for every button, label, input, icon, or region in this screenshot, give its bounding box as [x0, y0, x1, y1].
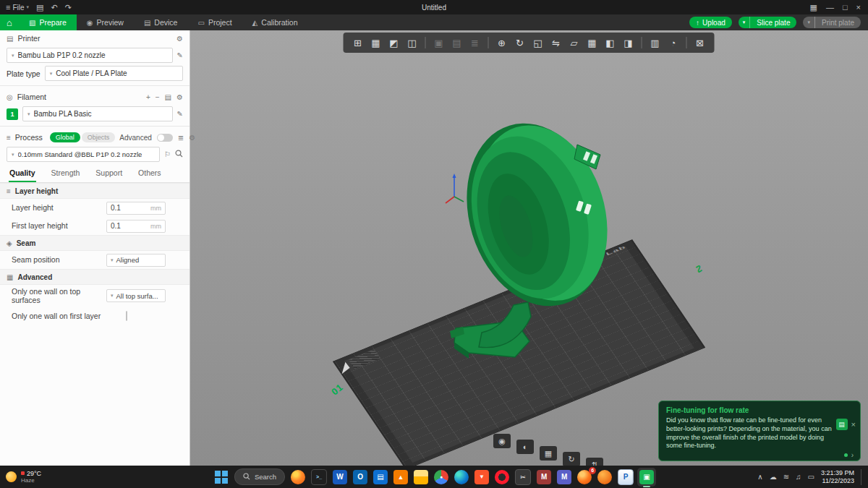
home-button[interactable]: ⌂	[0, 14, 19, 30]
toast-next-button[interactable]: ›	[851, 451, 854, 459]
minimize-button[interactable]: —	[826, 3, 834, 12]
taskbar-search[interactable]: Search	[234, 468, 285, 485]
assembly-view-icon[interactable]: ⊠	[692, 35, 709, 51]
undo-icon[interactable]: ↶	[51, 3, 57, 12]
edit-printer-icon[interactable]: ✎	[177, 51, 183, 59]
slice-plate-button[interactable]: Slice plate	[750, 17, 796, 28]
weather-widget[interactable]: 29°C Haze	[6, 466, 41, 488]
firefox-developer[interactable]: 6	[577, 470, 592, 484]
variable-layer-height-icon[interactable]: ▥	[647, 35, 664, 51]
tab-support[interactable]: Support	[95, 167, 123, 182]
layer-height-group-header[interactable]: ≡ Layer height	[0, 183, 190, 199]
tab-project[interactable]: ▭ Project	[187, 14, 242, 30]
param-settings-icon[interactable]: ⚙	[189, 134, 195, 142]
edit-filament-icon[interactable]: ✎	[177, 110, 183, 118]
wifi-icon[interactable]: ≋	[783, 473, 789, 481]
taskbar-clock[interactable]: 3:21:39 PM 11/22/2023	[821, 469, 854, 485]
remove-filament-icon[interactable]: −	[156, 93, 160, 101]
rotate-icon[interactable]: ↻	[511, 35, 529, 51]
start-button[interactable]	[214, 470, 229, 484]
first-layer-height-input[interactable]: 0.1mm	[106, 220, 166, 233]
export-icon[interactable]: ▤	[36, 3, 43, 12]
filament-select[interactable]: ▾ Bambu PLA Basic	[22, 106, 173, 121]
param-table-icon[interactable]: ≣	[178, 134, 184, 142]
arrange-icon[interactable]: ▦	[584, 35, 601, 51]
add-plate-icon[interactable]: ▦	[367, 35, 385, 51]
add-object-icon[interactable]: ⊞	[349, 35, 367, 51]
flow-calibration-icon[interactable]: ▤	[836, 419, 848, 430]
layout-icon[interactable]: ▦	[810, 3, 817, 12]
edge[interactable]	[454, 470, 469, 484]
teams[interactable]: M	[557, 470, 571, 484]
only-one-wall-first-layer-checkbox[interactable]	[126, 311, 127, 321]
compare-preset-icon[interactable]: ⚐	[164, 150, 171, 158]
auto-orient-icon[interactable]: ◩	[386, 35, 403, 51]
model-fan-shroud[interactable]	[407, 88, 667, 392]
redo-icon[interactable]: ↷	[65, 3, 72, 12]
process-global-toggle[interactable]: Global	[50, 132, 80, 142]
tab-strength[interactable]: Strength	[51, 167, 81, 182]
microsoft-store[interactable]: ▤	[373, 470, 388, 484]
tab-device[interactable]: ▤ Device	[134, 14, 188, 30]
color-painting-icon[interactable]: ▣	[430, 35, 448, 51]
brave[interactable]: ▼	[475, 470, 489, 484]
printer-select[interactable]: ▾ Bambu Lab P1P 0.2 nozzle	[7, 48, 173, 63]
move-icon[interactable]: ⊕	[493, 35, 511, 51]
paint[interactable]: P	[618, 469, 634, 485]
slice-options-chevron[interactable]: ▾	[739, 17, 751, 28]
word[interactable]: W	[333, 470, 347, 484]
tab-prepare[interactable]: ▧ Prepare	[19, 14, 77, 30]
hidden-icons-chevron[interactable]: ∧	[757, 473, 762, 481]
search-icon[interactable]	[175, 150, 183, 159]
chrome[interactable]: ●	[434, 470, 448, 484]
layer-height-input[interactable]: 0.1mm	[106, 202, 166, 215]
tab-others[interactable]: Others	[137, 167, 162, 182]
tab-preview[interactable]: ◉ Preview	[77, 14, 134, 30]
show-desktop-button[interactable]	[861, 469, 864, 485]
scale-icon[interactable]: ◱	[529, 35, 547, 51]
plate-shade-icon[interactable]: ◐	[516, 440, 534, 454]
file-explorer[interactable]	[414, 470, 428, 484]
advanced-toggle[interactable]	[157, 134, 173, 142]
volume-icon[interactable]: ♫	[796, 473, 801, 481]
close-button[interactable]: ×	[856, 3, 861, 12]
maximize-button[interactable]: □	[843, 3, 848, 12]
advanced-group-header[interactable]: ▦ Advanced	[0, 269, 190, 285]
tab-quality[interactable]: Quality	[9, 167, 36, 182]
vlc[interactable]: ▲	[393, 470, 408, 484]
add-filament-icon[interactable]: +	[146, 93, 150, 101]
seam-position-select[interactable]: ▾ Aligned	[106, 254, 166, 267]
seam-group-header[interactable]: ◈ Seam	[0, 235, 190, 251]
battery-icon[interactable]: ▭	[808, 473, 814, 481]
split-to-objects-icon[interactable]: ◧	[602, 35, 619, 51]
filament-settings-icon[interactable]: ⚙	[176, 93, 183, 101]
only-one-wall-top-select[interactable]: ▾ All top surfa...	[106, 289, 166, 302]
tab-calibration[interactable]: ◭ Calibration	[242, 14, 308, 30]
timelapse-icon[interactable]: ◔	[665, 35, 682, 51]
firefox-nightly[interactable]	[597, 470, 612, 484]
toast-close-icon[interactable]: ×	[851, 420, 856, 429]
sync-filament-icon[interactable]: ▤	[165, 93, 171, 101]
outlook[interactable]: O	[353, 470, 367, 484]
bambu-studio[interactable]: ▣	[639, 470, 654, 484]
firefox[interactable]	[291, 470, 305, 484]
m-app-maroon[interactable]: M	[537, 470, 551, 484]
lay-on-face-icon[interactable]: ▱	[566, 35, 583, 51]
upload-button[interactable]: ↑Upload	[689, 17, 732, 28]
process-objects-toggle[interactable]: Objects	[82, 132, 116, 142]
onedrive-icon[interactable]: ☁	[770, 473, 777, 481]
split-model-icon[interactable]: ◫	[404, 35, 421, 51]
print-options-chevron[interactable]: ▾	[803, 17, 815, 28]
opera[interactable]	[495, 470, 509, 484]
print-plate-button[interactable]: Print plate	[815, 17, 861, 28]
split-to-parts-icon[interactable]: ◨	[620, 35, 637, 51]
support-painting-icon[interactable]: ▤	[448, 35, 466, 51]
plate-camera-icon[interactable]: ◉	[493, 434, 511, 448]
text-tool-icon[interactable]: ≣	[467, 35, 484, 51]
plate-grid-icon[interactable]: ▦	[540, 446, 557, 461]
snipping-tool[interactable]: ✂	[515, 469, 531, 485]
printer-settings-icon[interactable]: ⚙	[176, 35, 183, 43]
plate-updown-icon[interactable]: ⇅	[586, 458, 603, 466]
terminal[interactable]: >_	[311, 469, 327, 485]
viewport-3d[interactable]: ⊞ ▦ ◩ ◫ ▣ ▤ ≣ ⊕ ↻ ◱	[190, 30, 868, 466]
